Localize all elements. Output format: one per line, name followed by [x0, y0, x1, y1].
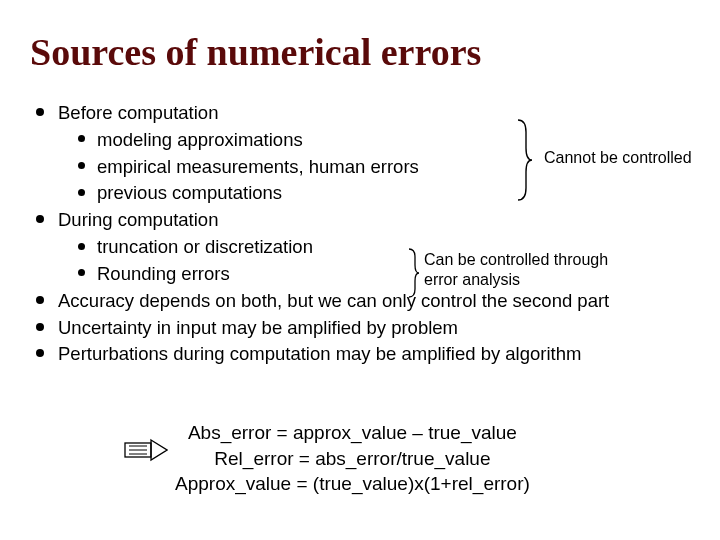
list-item: During computation: [36, 207, 696, 234]
bullet-icon: [78, 269, 85, 276]
list-text: empirical measurements, human errors: [97, 156, 419, 177]
sub-list-item: empirical measurements, human errors: [36, 154, 696, 181]
bullet-icon: [36, 349, 44, 357]
bullet-icon: [36, 323, 44, 331]
formula-line: Abs_error = approx_value – true_value: [175, 420, 530, 446]
formula-block: Abs_error = approx_value – true_value Re…: [175, 420, 530, 497]
sub-list-item: truncation or discretization: [36, 234, 696, 261]
arrow-right-icon: [124, 438, 168, 462]
list-item: Before computation: [36, 100, 696, 127]
list-text: During computation: [58, 209, 218, 230]
list-text: Before computation: [58, 102, 218, 123]
sub-list-item: Rounding errors: [36, 261, 696, 288]
bullet-icon: [78, 135, 85, 142]
bullet-icon: [78, 243, 85, 250]
list-item: Uncertainty in input may be amplified by…: [36, 315, 696, 342]
bullet-icon: [36, 215, 44, 223]
list-text: Accuracy depends on both, but we can onl…: [58, 290, 609, 311]
list-text: Rounding errors: [97, 263, 230, 284]
slide: Sources of numerical errors Cannot be co…: [0, 0, 720, 540]
list-text: truncation or discretization: [97, 236, 313, 257]
slide-body: Cannot be controlled Can be controlled t…: [36, 100, 696, 368]
sub-list-item: modeling approximations: [36, 127, 696, 154]
list-text: previous computations: [97, 182, 282, 203]
bullet-icon: [36, 108, 44, 116]
bullet-icon: [78, 189, 85, 196]
list-text: modeling approximations: [97, 129, 303, 150]
sub-list-item: previous computations: [36, 180, 696, 207]
list-text: Uncertainty in input may be amplified by…: [58, 317, 458, 338]
list-text: Perturbations during computation may be …: [58, 343, 581, 364]
formula-line: Approx_value = (true_value)x(1+rel_error…: [175, 471, 530, 497]
slide-title: Sources of numerical errors: [30, 30, 481, 74]
svg-marker-4: [151, 440, 167, 460]
bullet-icon: [36, 296, 44, 304]
list-item: Perturbations during computation may be …: [36, 341, 696, 368]
list-item: Accuracy depends on both, but we can onl…: [36, 288, 696, 315]
formula-line: Rel_error = abs_error/true_value: [175, 446, 530, 472]
bullet-icon: [78, 162, 85, 169]
